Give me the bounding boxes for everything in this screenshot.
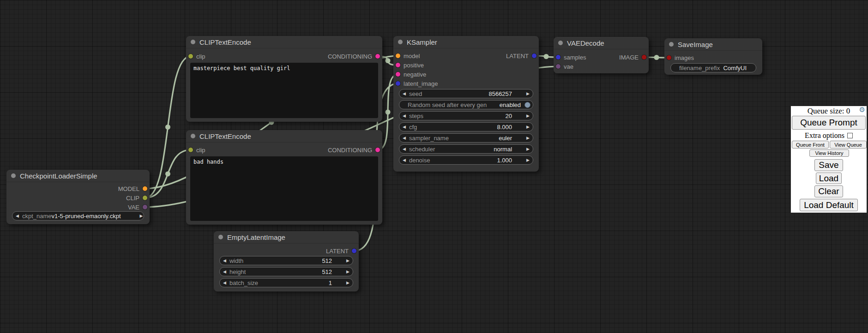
filename-prefix-widget[interactable]: filename_prefix ComfyUI bbox=[670, 63, 756, 72]
view-history-button[interactable]: View History bbox=[809, 149, 849, 157]
random-seed-toggle-widget[interactable]: Random seed after every gen enabled bbox=[399, 100, 533, 109]
increment-arrow-icon[interactable]: ▶ bbox=[343, 259, 353, 263]
queue-front-button[interactable]: Queue Front bbox=[792, 141, 829, 149]
input-images: images bbox=[667, 54, 694, 62]
node-vae-decode[interactable]: VAEDecode samples IMAGE vae bbox=[554, 37, 649, 73]
output-latent: LATENT bbox=[506, 52, 536, 60]
conditioning-output-dot[interactable] bbox=[375, 54, 380, 59]
node-title-bar[interactable]: CheckpointLoaderSimple bbox=[6, 170, 150, 182]
samples-input-dot[interactable] bbox=[556, 55, 561, 59]
node-ksampler[interactable]: KSampler model LATENT positive negative … bbox=[393, 36, 539, 172]
output-label: IMAGE bbox=[619, 54, 639, 61]
wire-clip-to-positive-prompt bbox=[145, 56, 191, 198]
decrement-arrow-icon[interactable]: ◀ bbox=[399, 92, 409, 96]
seed-widget[interactable]: ◀ seed 8566257 ▶ bbox=[399, 89, 533, 98]
clip-input-dot[interactable] bbox=[188, 148, 193, 152]
widget-value: 8566257 bbox=[488, 90, 512, 97]
decrement-arrow-icon[interactable]: ◀ bbox=[220, 281, 229, 285]
images-input-dot[interactable] bbox=[667, 55, 671, 60]
input-model: model bbox=[396, 52, 420, 60]
increment-arrow-icon[interactable]: ▶ bbox=[343, 281, 353, 285]
load-button[interactable]: Load bbox=[816, 172, 842, 184]
collapse-dot-icon[interactable] bbox=[558, 41, 563, 45]
input-label: vae bbox=[564, 63, 573, 70]
input-latent-image: latent_image bbox=[396, 79, 438, 88]
vae-input-dot[interactable] bbox=[556, 64, 561, 69]
negative-input-dot[interactable] bbox=[396, 72, 400, 77]
widget-value: enabled bbox=[500, 101, 521, 108]
prev-arrow-icon[interactable]: ◀ bbox=[399, 147, 409, 151]
batch-size-widget[interactable]: ◀ batch_size 1 ▶ bbox=[219, 278, 353, 287]
collapse-dot-icon[interactable] bbox=[191, 40, 195, 44]
decrement-arrow-icon[interactable]: ◀ bbox=[220, 270, 229, 274]
height-widget[interactable]: ◀ height 512 ▶ bbox=[219, 267, 353, 276]
model-input-dot[interactable] bbox=[396, 54, 400, 58]
settings-gear-icon[interactable]: ⚙ bbox=[859, 107, 865, 113]
node-title-bar[interactable]: CLIPTextEncode bbox=[186, 130, 382, 143]
decrement-arrow-icon[interactable]: ◀ bbox=[399, 114, 409, 118]
clear-button[interactable]: Clear bbox=[814, 185, 843, 197]
increment-arrow-icon[interactable]: ▶ bbox=[343, 270, 353, 274]
next-arrow-icon[interactable]: ▶ bbox=[137, 214, 144, 218]
next-arrow-icon[interactable]: ▶ bbox=[523, 136, 533, 140]
save-button[interactable]: Save bbox=[814, 159, 843, 171]
node-save-image[interactable]: SaveImage images filename_prefix ComfyUI bbox=[664, 38, 762, 75]
decrement-arrow-icon[interactable]: ◀ bbox=[220, 259, 229, 263]
denoise-widget[interactable]: ◀ denoise 1.000 ▶ bbox=[399, 155, 533, 165]
ckpt-name-widget[interactable]: ◀ ckpt_name v1-5-pruned-emaonly.ckpt ▶ bbox=[12, 211, 144, 220]
increment-arrow-icon[interactable]: ▶ bbox=[523, 125, 533, 129]
image-output-dot[interactable] bbox=[642, 55, 646, 59]
increment-arrow-icon[interactable]: ▶ bbox=[523, 158, 533, 162]
clip-output-dot[interactable] bbox=[143, 196, 147, 200]
width-widget[interactable]: ◀ width 512 ▶ bbox=[219, 256, 353, 265]
node-clip-text-encode-positive[interactable]: CLIPTextEncode clip CONDITIONING masterp… bbox=[186, 36, 382, 122]
node-title-bar[interactable]: SaveImage bbox=[664, 38, 762, 51]
model-output-dot[interactable] bbox=[143, 186, 147, 191]
collapse-dot-icon[interactable] bbox=[398, 40, 403, 44]
cfg-widget[interactable]: ◀ cfg 8.000 ▶ bbox=[399, 122, 533, 131]
latent-output-dot[interactable] bbox=[532, 54, 536, 58]
input-label: latent_image bbox=[404, 80, 438, 87]
view-queue-button[interactable]: View Queue bbox=[830, 141, 867, 149]
node-title: EmptyLatentImage bbox=[227, 233, 285, 241]
widget-value: 512 bbox=[322, 268, 332, 275]
node-title: VAEDecode bbox=[567, 39, 604, 47]
collapse-dot-icon[interactable] bbox=[218, 235, 223, 239]
vae-output-dot[interactable] bbox=[143, 205, 147, 209]
increment-arrow-icon[interactable]: ▶ bbox=[523, 92, 533, 96]
positive-input-dot[interactable] bbox=[396, 63, 400, 67]
queue-prompt-button[interactable]: Queue Prompt bbox=[792, 116, 866, 130]
node-title-bar[interactable]: EmptyLatentImage bbox=[214, 231, 359, 244]
negative-prompt-textarea[interactable]: bad hands bbox=[190, 156, 378, 221]
decrement-arrow-icon[interactable]: ◀ bbox=[399, 158, 409, 162]
positive-prompt-textarea[interactable]: masterpiece best quality girl bbox=[190, 63, 378, 118]
decrement-arrow-icon[interactable]: ◀ bbox=[399, 125, 409, 129]
latent-image-input-dot[interactable] bbox=[396, 81, 400, 86]
prev-arrow-icon[interactable]: ◀ bbox=[12, 214, 22, 218]
input-negative: negative bbox=[396, 70, 426, 78]
clip-input-dot[interactable] bbox=[188, 54, 193, 59]
collapse-dot-icon[interactable] bbox=[11, 173, 16, 178]
extra-options-checkbox[interactable] bbox=[847, 133, 853, 138]
conditioning-output-dot[interactable] bbox=[375, 148, 380, 152]
toggle-on-icon[interactable] bbox=[524, 102, 530, 108]
sampler-name-widget[interactable]: ◀ sampler_name euler ▶ bbox=[399, 133, 533, 143]
next-arrow-icon[interactable]: ▶ bbox=[523, 147, 533, 151]
node-checkpoint-loader[interactable]: CheckpointLoaderSimple MODEL CLIP VAE ◀ … bbox=[6, 170, 150, 224]
latent-output-dot[interactable] bbox=[352, 249, 356, 253]
collapse-dot-icon[interactable] bbox=[669, 42, 674, 47]
node-title-bar[interactable]: KSampler bbox=[393, 36, 539, 48]
widget-value: euler bbox=[499, 135, 512, 142]
node-title-bar[interactable]: VAEDecode bbox=[554, 37, 649, 49]
node-title-bar[interactable]: CLIPTextEncode bbox=[186, 36, 382, 48]
queue-size-label: Queue size: 0 bbox=[791, 107, 867, 116]
node-clip-text-encode-negative[interactable]: CLIPTextEncode clip CONDITIONING bad han… bbox=[186, 130, 382, 225]
prev-arrow-icon[interactable]: ◀ bbox=[399, 136, 409, 140]
steps-widget[interactable]: ◀ steps 20 ▶ bbox=[399, 111, 533, 120]
widget-name: filename_prefix bbox=[679, 65, 720, 71]
node-empty-latent-image[interactable]: EmptyLatentImage LATENT ◀ width 512 ▶ ◀ … bbox=[214, 231, 359, 291]
collapse-dot-icon[interactable] bbox=[191, 134, 195, 138]
load-default-button[interactable]: Load Default bbox=[800, 199, 858, 211]
scheduler-widget[interactable]: ◀ scheduler normal ▶ bbox=[399, 144, 533, 154]
increment-arrow-icon[interactable]: ▶ bbox=[523, 114, 533, 118]
